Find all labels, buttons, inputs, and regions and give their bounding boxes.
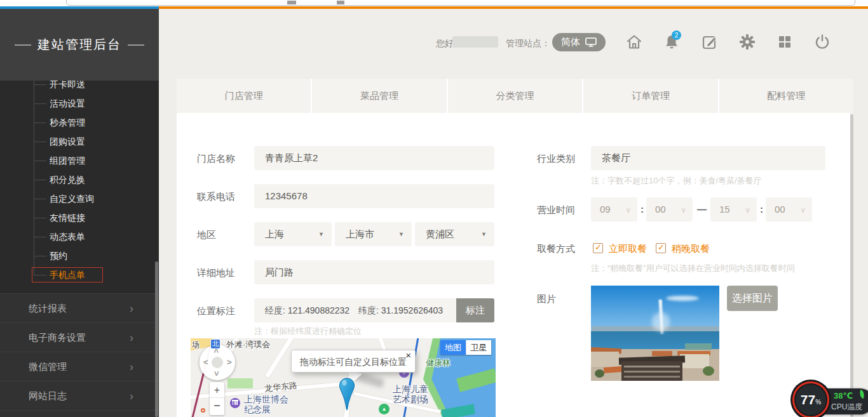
map-label-expo2: 纪念展 bbox=[244, 404, 271, 416]
sidebar-section-logs[interactable]: 网站日志 › bbox=[0, 381, 159, 410]
sidebar-item-links[interactable]: 友情链接 bbox=[50, 211, 85, 224]
tree-tick bbox=[34, 237, 46, 237]
map-zoom-control[interactable]: + − bbox=[210, 382, 224, 415]
map-type-satellite-button[interactable]: 卫星 bbox=[466, 340, 491, 355]
addressbar-text-remnant bbox=[337, 1, 344, 4]
map-label-bund: 外滩·湾璞会 bbox=[226, 339, 270, 350]
district-select[interactable]: 黄浦区 ▼ bbox=[415, 222, 494, 246]
section-label: 网站日志 bbox=[29, 390, 67, 401]
dropdown-arrow-icon: ▼ bbox=[318, 222, 324, 246]
content-scrollbar[interactable] bbox=[850, 114, 853, 417]
tree-tick bbox=[34, 103, 46, 104]
sidebar-item-mobile-order[interactable]: 手机点单 bbox=[50, 268, 85, 281]
chevron-down-icon: ∨ bbox=[681, 198, 686, 222]
time-colon: : bbox=[760, 204, 763, 215]
tab-dish-management[interactable]: 菜品管理 bbox=[312, 79, 446, 113]
tree-tick bbox=[34, 256, 46, 256]
pickup-later-label[interactable]: 稍晚取餐 bbox=[672, 243, 710, 255]
image-label: 图片 bbox=[537, 293, 556, 305]
chevron-right-icon: › bbox=[130, 381, 133, 411]
pan-left-icon[interactable]: < bbox=[203, 357, 208, 367]
cpu-temperature-label: CPU温度 bbox=[831, 402, 862, 413]
sidebar-item-group-manage[interactable]: 组团管理 bbox=[50, 154, 85, 167]
store-photo bbox=[591, 286, 719, 381]
gear-icon bbox=[738, 33, 756, 51]
start-hour-select[interactable]: 09 ∨ bbox=[591, 197, 637, 222]
end-hour-select[interactable]: 15 ∨ bbox=[710, 197, 757, 222]
sidebar-section-partial bbox=[0, 410, 159, 417]
pan-center-knob[interactable] bbox=[212, 357, 223, 368]
power-icon bbox=[813, 33, 831, 51]
location-input[interactable]: 经度: 121.490882232 纬度: 31.1952626403 bbox=[254, 298, 456, 322]
museum-icon bbox=[230, 398, 240, 408]
map-type-map-button[interactable]: 地图 bbox=[440, 340, 466, 355]
province-select[interactable]: 上海 ▼ bbox=[254, 222, 332, 246]
tab-ingredient-management[interactable]: 配料管理 bbox=[719, 79, 853, 113]
pickup-note: 注：“稍晚取餐”用户可以选择在营业时间内选择取餐时间 bbox=[591, 263, 795, 274]
chevron-down-icon: ∨ bbox=[745, 198, 750, 222]
sidebar-section-ecommerce[interactable]: 电子商务设置 › bbox=[0, 322, 159, 352]
zoom-out-button[interactable]: − bbox=[210, 398, 224, 414]
apps-button[interactable] bbox=[776, 33, 794, 51]
chevron-down-icon: ∨ bbox=[625, 198, 631, 222]
sidebar-submenu: 开卡即送 活动设置 秒杀管理 团购设置 组团管理 积分兑换 自定义查询 友情链接… bbox=[0, 81, 159, 293]
sidebar-item-flash-sale[interactable]: 秒杀管理 bbox=[50, 116, 85, 129]
tab-store-management[interactable]: 门店管理 bbox=[177, 79, 311, 113]
map-label-road: 龙华东路 bbox=[264, 380, 298, 394]
browser-strip bbox=[0, 0, 868, 6]
sidebar-item-group-buy[interactable]: 团购设置 bbox=[50, 135, 85, 148]
address-input[interactable]: 局门路 bbox=[254, 260, 494, 284]
progress-bar-orange bbox=[159, 6, 868, 9]
lat-label: 纬度: bbox=[358, 305, 379, 315]
map-widget[interactable]: 场 外滩·湾璞会 龙华东路 上海世博会 纪念展 上海儿童 艺术剧场 健康林 ♪ … bbox=[191, 338, 496, 417]
park-poi-icon: ▲ bbox=[379, 404, 390, 414]
map-pin-icon[interactable] bbox=[339, 378, 355, 411]
tab-category-management[interactable]: 分类管理 bbox=[448, 79, 582, 113]
industry-note: 注：字数不超过10个字，例：美食/粤菜/茶餐厅 bbox=[591, 175, 762, 187]
tab-order-management[interactable]: 订单管理 bbox=[583, 79, 717, 113]
logout-button[interactable] bbox=[813, 33, 831, 51]
zoom-in-button[interactable]: + bbox=[210, 382, 224, 398]
pan-right-icon[interactable]: > bbox=[227, 357, 232, 367]
pickup-now-label[interactable]: 立即取餐 bbox=[609, 243, 647, 255]
chevron-right-icon: › bbox=[130, 323, 133, 352]
progress-bar-blue bbox=[0, 6, 159, 9]
addressbar-text-remnant bbox=[287, 1, 296, 4]
city-select[interactable]: 上海市 ▼ bbox=[335, 222, 412, 246]
phone-input[interactable]: 12345678 bbox=[254, 184, 494, 208]
time-dash: — bbox=[697, 204, 707, 215]
district-value: 黄浦区 bbox=[426, 228, 454, 239]
phone-label: 联系电话 bbox=[197, 191, 235, 203]
compose-button[interactable] bbox=[701, 33, 719, 51]
sidebar-section-reports[interactable]: 统计报表 › bbox=[0, 293, 159, 322]
industry-input[interactable]: 茶餐厅 bbox=[591, 146, 825, 170]
pickup-now-checkbox[interactable] bbox=[593, 243, 603, 253]
sidebar-scrollbar[interactable] bbox=[155, 261, 158, 417]
sidebar-item-card-gift[interactable]: 开卡即送 bbox=[50, 81, 85, 91]
sidebar-section-wechat[interactable]: 微信管理 › bbox=[0, 352, 159, 381]
start-minute-select[interactable]: 00 ∨ bbox=[646, 197, 693, 222]
chevron-right-icon: › bbox=[130, 352, 133, 381]
sidebar-item-dynamic-form[interactable]: 动态表单 bbox=[50, 230, 85, 243]
pan-down-icon[interactable]: < bbox=[212, 371, 221, 376]
cpu-usage-gauge[interactable]: 77% bbox=[792, 381, 829, 417]
home-button[interactable] bbox=[625, 33, 643, 51]
dropdown-arrow-icon: ▼ bbox=[398, 222, 404, 246]
map-pan-control[interactable]: < < > < bbox=[200, 345, 235, 380]
sidebar-item-activity[interactable]: 活动设置 bbox=[50, 97, 85, 110]
sidebar-item-points[interactable]: 积分兑换 bbox=[50, 173, 85, 186]
section-label: 统计报表 bbox=[29, 303, 67, 314]
close-icon[interactable]: × bbox=[405, 344, 411, 367]
sidebar-item-reservation[interactable]: 预约 bbox=[50, 249, 67, 262]
pickup-later-checkbox[interactable] bbox=[656, 243, 666, 253]
settings-button[interactable] bbox=[738, 33, 756, 51]
cpu-temperature-value: 38℃ bbox=[834, 391, 853, 400]
mark-location-button[interactable]: 标注 bbox=[456, 298, 494, 322]
address-bar-remnant bbox=[66, 0, 855, 6]
store-name-input[interactable]: 青青原上草2 bbox=[254, 146, 494, 170]
sidebar-item-custom-query[interactable]: 自定义查询 bbox=[50, 192, 94, 205]
end-minute-select[interactable]: 00 ∨ bbox=[766, 197, 812, 222]
language-button[interactable]: 简体 bbox=[552, 33, 606, 51]
lng-value: 121.490882232 bbox=[288, 305, 349, 315]
choose-image-button[interactable]: 选择图片 bbox=[727, 286, 778, 311]
